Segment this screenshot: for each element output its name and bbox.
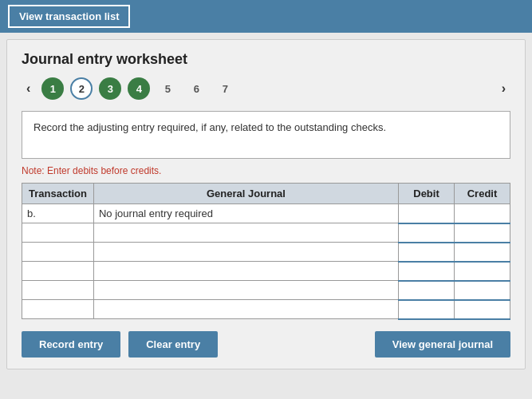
debit-cell[interactable]: [399, 281, 455, 300]
top-bar: View transaction list: [0, 0, 532, 33]
step-6[interactable]: 6: [185, 77, 207, 100]
credit-cell[interactable]: [455, 262, 510, 281]
page-title: Journal entry worksheet: [22, 51, 510, 68]
journal-table: Transaction General Journal Debit Credit…: [22, 183, 510, 320]
journal-cell[interactable]: [93, 262, 398, 281]
transaction-cell: [22, 223, 94, 243]
instruction-box: Record the adjusting entry required, if …: [22, 111, 510, 159]
clear-entry-button[interactable]: Clear entry: [128, 331, 218, 358]
col-header-general-journal: General Journal: [93, 184, 398, 204]
table-row: [22, 243, 510, 262]
col-header-debit: Debit: [399, 184, 455, 204]
transaction-cell: [22, 281, 94, 300]
step-7[interactable]: 7: [214, 77, 236, 100]
instruction-text: Record the adjusting entry required, if …: [33, 121, 386, 133]
journal-cell[interactable]: No journal entry required: [93, 204, 398, 223]
debit-cell[interactable]: [399, 204, 455, 223]
table-row: [22, 281, 510, 300]
table-row: [22, 262, 510, 281]
credit-cell[interactable]: [455, 204, 510, 223]
note-text: Note: Enter debits before credits.: [22, 165, 510, 176]
journal-cell[interactable]: [93, 243, 398, 262]
table-row: [22, 300, 510, 319]
debit-cell[interactable]: [399, 223, 455, 243]
step-1[interactable]: 1: [41, 77, 64, 100]
table-row: [22, 223, 510, 243]
transaction-cell: [22, 243, 94, 262]
view-general-journal-button[interactable]: View general journal: [375, 331, 510, 358]
prev-step-button[interactable]: ‹: [22, 80, 35, 97]
journal-cell[interactable]: [93, 300, 398, 319]
step-5[interactable]: 5: [156, 77, 179, 100]
bottom-buttons: Record entry Clear entry View general jo…: [22, 331, 510, 358]
credit-cell[interactable]: [455, 281, 510, 300]
credit-cell[interactable]: [455, 223, 510, 243]
col-header-credit: Credit: [455, 184, 510, 204]
journal-cell[interactable]: [93, 281, 398, 300]
journal-cell[interactable]: [93, 223, 398, 243]
transaction-cell: b.: [22, 204, 94, 223]
next-step-button[interactable]: ›: [497, 80, 510, 97]
step-4[interactable]: 4: [128, 77, 150, 100]
credit-cell[interactable]: [455, 300, 510, 319]
transaction-cell: [22, 300, 94, 319]
debit-cell[interactable]: [399, 262, 455, 281]
step-3[interactable]: 3: [99, 77, 121, 100]
step-navigation: ‹ 1 2 3 4 5 6 7 ›: [22, 77, 510, 100]
debit-cell[interactable]: [399, 243, 455, 262]
transaction-cell: [22, 262, 94, 281]
table-row: b.No journal entry required: [22, 204, 510, 223]
view-transaction-list-button[interactable]: View transaction list: [8, 5, 130, 28]
col-header-transaction: Transaction: [22, 184, 94, 204]
debit-cell[interactable]: [399, 300, 455, 319]
main-container: Journal entry worksheet ‹ 1 2 3 4 5 6 7 …: [6, 39, 526, 369]
record-entry-button[interactable]: Record entry: [22, 331, 120, 358]
credit-cell[interactable]: [455, 243, 510, 262]
step-2[interactable]: 2: [70, 77, 93, 100]
